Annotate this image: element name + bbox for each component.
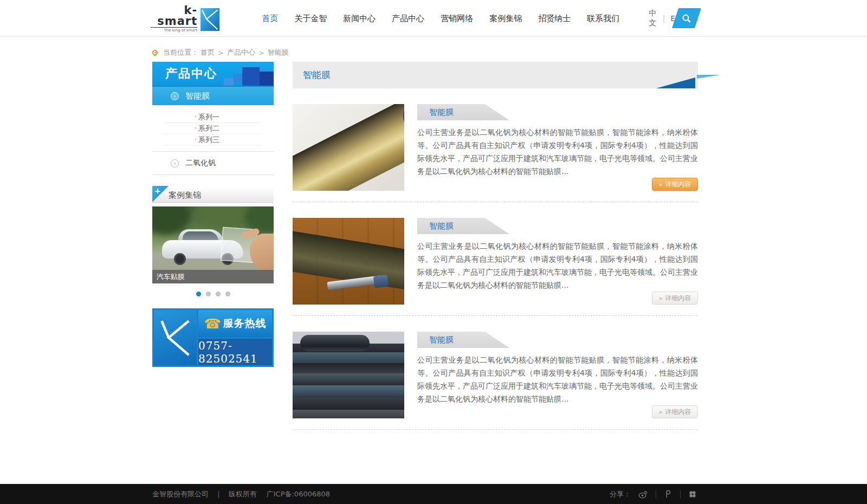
product-row: 智能膜 公司主营业务是以二氧化钒为核心材料的智能节能贴膜，智能节能涂料，纳米粉体… <box>293 332 698 418</box>
sidebar-title: 产品中心 <box>165 66 217 82</box>
carousel-dot-3[interactable] <box>216 292 221 296</box>
logo-text: k-smart <box>151 5 197 27</box>
logo-tagline: The king of smart <box>151 27 197 33</box>
breadcrumb-home[interactable]: 首页 <box>200 48 215 57</box>
nav-item-products[interactable]: 产品中心 <box>392 10 424 27</box>
hotline-title-cell: ☎ 服务热线 <box>198 310 272 337</box>
hotline-logo-cell <box>154 310 197 365</box>
carousel-dots <box>152 292 274 296</box>
nav-item-cases[interactable]: 案例集锦 <box>489 10 522 27</box>
header: k-smart The king of smart 首页 关于金智 新闻中心 产… <box>0 0 867 37</box>
cases-title: 案例集锦 <box>169 190 201 201</box>
product-image-gold-film[interactable] <box>293 104 404 191</box>
breadcrumb-separator: > <box>218 49 224 57</box>
sidebar-title-bar: 产品中心 <box>152 62 274 87</box>
main-content: 智能膜 智能膜 公司主营业务是以二氧化钒为核心材料的智能节能贴膜，智能节能涂料，… <box>293 62 698 430</box>
breadcrumb-separator: > <box>258 49 264 57</box>
case-caption: 汽车贴膜 <box>152 270 274 283</box>
breadcrumb: 当前位置： 首页 > 产品中心 > 智能膜 <box>152 48 700 57</box>
share-divider <box>680 490 681 499</box>
sidebar-subitem-series3[interactable]: ·系列三 <box>164 134 262 146</box>
chevron-circle-icon: › <box>171 159 179 167</box>
detail-button[interactable]: » 详细内容 <box>652 292 698 305</box>
sidebar-sublist: ·系列一 ·系列二 ·系列三 <box>152 105 274 151</box>
nav-item-home[interactable]: 首页 <box>262 10 278 27</box>
nav-item-marketing[interactable]: 营销网络 <box>441 10 473 27</box>
hotline-number: 0757-82502541 <box>198 339 272 365</box>
footer-rights: 版权所有 <box>229 489 257 499</box>
footer-divider: ｜ <box>215 489 222 499</box>
product-row: 智能膜 公司主营业务是以二氧化钒为核心材料的智能节能贴膜，智能节能涂料，纳米粉体… <box>293 218 698 305</box>
nav-item-news[interactable]: 新闻中心 <box>343 10 376 27</box>
breadcrumb-current[interactable]: 智能膜 <box>268 48 289 57</box>
pixel-decor <box>224 78 234 87</box>
k-mark-icon <box>158 314 193 361</box>
sidebar: 产品中心 › 智能膜 ·系列一 ·系列二 ·系列三 › 二氧化钒 <box>152 62 274 430</box>
sidebar-item-vo2[interactable]: › 二氧化钒 <box>152 152 274 175</box>
hand <box>250 234 274 272</box>
nav-item-recruit[interactable]: 招贤纳士 <box>538 10 571 27</box>
section-title: 智能膜 <box>303 69 331 81</box>
sidebar-subitem-series2[interactable]: ·系列二 <box>164 123 262 134</box>
triangle-decor-navy <box>656 77 695 88</box>
product-title-tag[interactable]: 智能膜 <box>417 218 509 234</box>
clover-icon[interactable] <box>688 490 697 499</box>
nav-item-contact[interactable]: 联系我们 <box>587 10 619 27</box>
footer-icp: 广ICP备:06006808 <box>267 489 330 499</box>
main-nav: 首页 关于金智 新闻中心 产品中心 营销网络 案例集锦 招贤纳士 联系我们 <box>262 10 636 27</box>
dashed-divider <box>293 202 698 202</box>
plus-icon: + <box>154 186 161 195</box>
triangle-decor-light <box>697 75 721 79</box>
double-chevron-icon: » <box>659 295 663 302</box>
weibo-icon[interactable] <box>638 490 648 499</box>
logo[interactable]: k-smart The king of smart <box>151 5 219 33</box>
product-image-film-cutting[interactable] <box>293 218 404 305</box>
sidebar-item-smart-film[interactable]: › 智能膜 <box>152 87 274 105</box>
pengyou-icon[interactable] <box>664 490 672 499</box>
cases-box: + 案例集锦 汽车贴膜 <box>152 188 274 296</box>
carousel-dot-2[interactable] <box>206 292 211 296</box>
product-description: 公司主营业务是以二氧化钒为核心材料的智能节能贴膜，智能节能涂料，纳米粉体等。公司… <box>417 126 698 178</box>
double-chevron-icon: » <box>659 181 663 188</box>
share-bar: 分享： <box>610 484 697 504</box>
detail-button[interactable]: » 详细内容 <box>652 178 698 191</box>
breadcrumb-prefix: 当前位置： <box>163 48 198 57</box>
chevron-circle-icon: › <box>171 92 179 100</box>
detail-button[interactable]: » 详细内容 <box>652 405 698 418</box>
lang-zh[interactable]: 中文 <box>649 9 657 28</box>
hotline-box: ☎ 服务热线 0757-82502541 <box>152 308 274 367</box>
share-divider <box>656 490 656 499</box>
magnifier-icon <box>682 14 691 23</box>
sidebar-subitem-series1[interactable]: ·系列一 <box>164 112 262 123</box>
pixel-decor <box>242 67 260 87</box>
product-description: 公司主营业务是以二氧化钒为核心材料的智能节能贴膜，智能节能涂料，纳米粉体等。公司… <box>417 240 698 292</box>
footer: 金智股份有限公司 ｜ 版权所有 广ICP备:06006808 分享： <box>0 484 867 504</box>
dashed-divider <box>293 315 698 316</box>
product-title-tag[interactable]: 智能膜 <box>417 332 509 348</box>
page: k-smart The king of smart 首页 关于金智 新闻中心 产… <box>0 0 867 504</box>
breadcrumb-products[interactable]: 产品中心 <box>227 48 255 57</box>
pixel-decor <box>234 74 242 82</box>
k-mark-icon <box>200 7 219 33</box>
cases-header: + 案例集锦 <box>152 188 274 203</box>
divider <box>152 175 274 175</box>
double-chevron-icon: » <box>659 409 663 416</box>
carousel-dot-4[interactable] <box>225 292 230 296</box>
hotline-title: 服务热线 <box>223 316 267 331</box>
nav-item-about[interactable]: 关于金智 <box>294 10 327 27</box>
telephone-icon: ☎ <box>204 317 221 331</box>
carousel-dot-1[interactable] <box>196 292 201 296</box>
product-title-tag[interactable]: 智能膜 <box>417 104 509 120</box>
product-description: 公司主营业务是以二氧化钒为核心材料的智能节能贴膜，智能节能涂料，纳米粉体等。公司… <box>417 353 698 405</box>
section-header: 智能膜 <box>293 62 698 88</box>
hotline-number-cell: 0757-82502541 <box>198 339 272 365</box>
share-label: 分享： <box>610 489 631 499</box>
case-carousel-image[interactable]: 汽车贴膜 <box>152 206 274 283</box>
lang-divider: | <box>663 14 665 23</box>
product-image-dark-rolls[interactable] <box>293 332 404 418</box>
dashed-divider <box>293 429 698 430</box>
footer-company: 金智股份有限公司 <box>152 489 209 499</box>
product-row: 智能膜 公司主营业务是以二氧化钒为核心材料的智能节能贴膜，智能节能涂料，纳米粉体… <box>293 104 698 191</box>
pixel-decor <box>260 72 274 87</box>
location-pin-icon <box>151 49 159 56</box>
